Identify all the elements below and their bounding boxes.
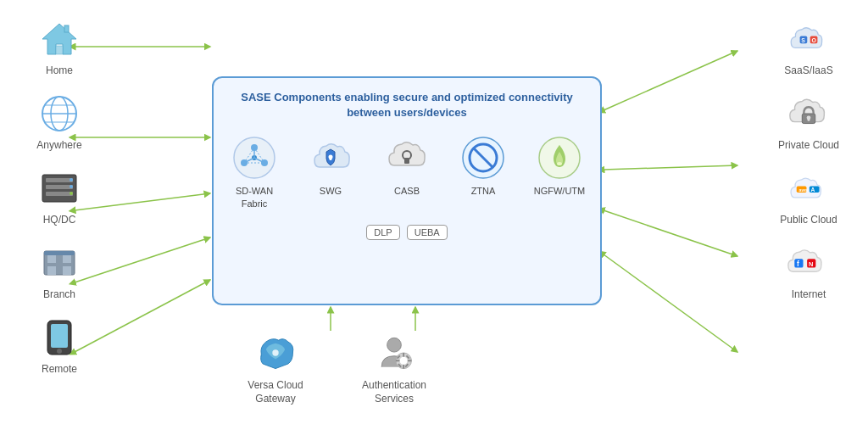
svg-point-23 (70, 178, 73, 181)
svg-rect-28 (63, 254, 71, 263)
svg-rect-29 (47, 266, 56, 275)
svg-rect-21 (46, 185, 73, 189)
svg-text:aws: aws (798, 187, 809, 193)
svg-text:N: N (809, 260, 813, 268)
svg-line-2 (75, 193, 210, 210)
bottom-center: Versa Cloud Gateway (237, 331, 432, 405)
hqdc-label: HQ/DC (43, 214, 76, 226)
anywhere-icon (37, 92, 81, 136)
svg-line-6 (604, 165, 737, 170)
svg-rect-73 (808, 118, 810, 121)
left-item-hqdc: HQ/DC (25, 166, 93, 226)
right-item-internet: f N Internet (775, 241, 843, 300)
versa-label: Versa Cloud Gateway (248, 379, 303, 405)
svg-rect-12 (64, 25, 69, 32)
casb-label: CASB (394, 185, 420, 197)
saas-label: SaaS/IaaS (784, 64, 832, 76)
swg-icon (307, 134, 354, 181)
comp-ngfw: NGFW/UTM (529, 134, 590, 197)
svg-point-34 (57, 349, 62, 354)
comp-casb: CASB (376, 134, 437, 197)
casb-icon (383, 134, 431, 181)
svg-rect-61 (396, 360, 400, 361)
sase-badges: DLP UEBA (366, 225, 447, 240)
svg-rect-13 (56, 46, 63, 54)
svg-point-58 (400, 357, 408, 365)
comp-ztna: ZTNA (453, 134, 514, 197)
branch-label: Branch (43, 288, 75, 300)
sase-title: SASE Components enabling secure and opti… (241, 90, 573, 120)
public-cloud-label: Public Cloud (780, 214, 837, 226)
svg-rect-49 (404, 158, 409, 164)
internet-icon: f N (787, 241, 831, 285)
sdwan-icon (231, 134, 278, 181)
right-item-private-cloud: Private Cloud (775, 92, 843, 151)
saas-icon: O S (787, 17, 831, 61)
svg-rect-60 (403, 365, 404, 369)
svg-rect-31 (44, 251, 75, 255)
svg-rect-33 (51, 324, 68, 348)
remote-icon (37, 316, 81, 360)
left-item-branch: Branch (25, 241, 93, 300)
svg-point-54 (557, 162, 562, 165)
svg-text:f: f (797, 260, 799, 268)
svg-rect-59 (403, 353, 404, 357)
dlp-badge: DLP (366, 225, 399, 240)
right-column: O S SaaS/IaaS Private Cloud (775, 17, 843, 300)
svg-line-7 (604, 210, 737, 256)
right-item-saas: O S SaaS/IaaS (775, 17, 843, 76)
versa-gateway: Versa Cloud Gateway (237, 331, 314, 405)
svg-line-8 (604, 254, 737, 352)
private-cloud-label: Private Cloud (778, 139, 839, 151)
svg-line-4 (75, 280, 210, 352)
right-item-public-cloud: aws A Public Cloud (775, 166, 843, 226)
svg-rect-27 (47, 254, 56, 263)
sdwan-label: SD-WAN Fabric (236, 185, 273, 209)
private-cloud-icon (787, 92, 831, 136)
svg-text:S: S (801, 37, 805, 43)
public-cloud-icon: aws A (787, 166, 831, 210)
home-icon (37, 17, 81, 61)
svg-rect-47 (330, 157, 332, 160)
branch-icon (37, 241, 81, 285)
svg-point-24 (70, 185, 73, 188)
svg-point-55 (272, 349, 278, 355)
ngfw-label: NGFW/UTM (534, 185, 585, 197)
auth-label: Authentication Services (362, 379, 426, 405)
auth-services: Authentication Services (356, 331, 432, 405)
left-item-remote: Remote (25, 316, 93, 375)
ztna-icon (459, 134, 507, 181)
svg-rect-30 (63, 266, 71, 275)
svg-point-25 (70, 192, 73, 195)
left-item-home: Home (25, 17, 93, 76)
swg-label: SWG (320, 185, 342, 197)
svg-text:A: A (811, 187, 815, 193)
svg-line-5 (604, 51, 737, 110)
ngfw-icon (536, 134, 583, 181)
versa-icon (253, 331, 298, 375)
svg-rect-62 (408, 360, 412, 361)
auth-icon (372, 331, 416, 375)
anywhere-label: Anywhere (36, 139, 81, 151)
sase-box: SASE Components enabling secure and opti… (212, 76, 602, 305)
comp-swg: SWG (300, 134, 361, 197)
ztna-label: ZTNA (471, 185, 496, 197)
internet-label: Internet (792, 288, 826, 300)
svg-line-3 (75, 237, 210, 282)
left-column: Home Anywhere (25, 17, 93, 375)
left-item-anywhere: Anywhere (25, 92, 93, 151)
comp-sdwan: SD-WAN Fabric (224, 134, 285, 209)
sase-components: SD-WAN Fabric SWG (224, 134, 590, 209)
svg-rect-20 (46, 178, 73, 182)
svg-text:O: O (811, 37, 816, 43)
svg-rect-22 (46, 192, 73, 196)
svg-point-56 (387, 338, 402, 352)
ueba-badge: UEBA (407, 225, 448, 240)
home-label: Home (46, 64, 73, 76)
remote-label: Remote (42, 363, 77, 375)
hqdc-icon (37, 166, 81, 210)
diagram: Home Anywhere (0, 0, 868, 430)
